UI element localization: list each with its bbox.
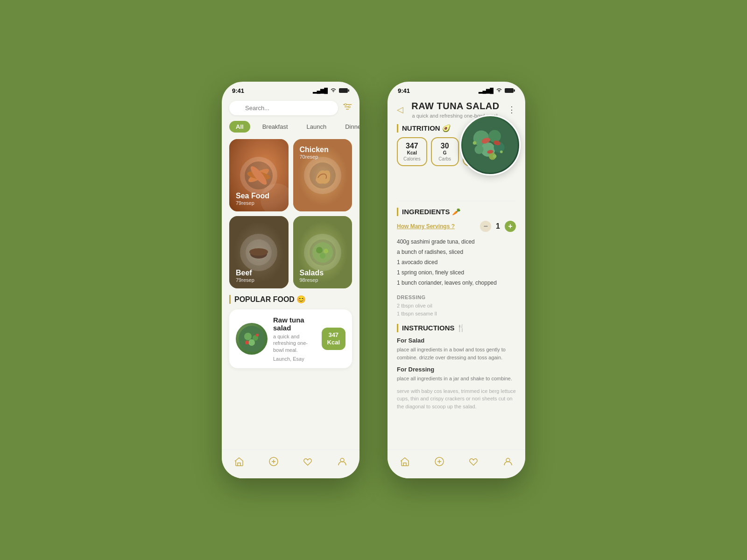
nut-val-calories: 347 [403, 142, 421, 150]
nav-profile-left[interactable] [337, 456, 347, 469]
status-time-left: 9:41 [232, 87, 244, 94]
tab-all[interactable]: All [229, 121, 250, 133]
right-content: ◁ RAW TUNA SALAD a quick and refreshing … [388, 97, 525, 456]
ingredient-list: 400g sashimi grade tuna, diced a bunch o… [397, 237, 516, 288]
step-1-text: place all ingredients in a bowl and toss… [397, 346, 516, 361]
popular-card[interactable]: Raw tuna salad a quick and refreshing on… [229, 309, 352, 368]
nut-val-carbs: 30 [437, 142, 452, 150]
food-grid: Sea Food 79resep Chicken [222, 139, 359, 288]
chicken-plate [304, 157, 341, 194]
nav-add-left[interactable] [268, 456, 279, 469]
servings-row: How Many Servings ? − 1 + [397, 221, 516, 232]
more-button[interactable]: ⋮ [507, 105, 516, 115]
tab-breakfast[interactable]: Breakfast [256, 121, 295, 133]
serving-count: 1 [496, 222, 500, 231]
wifi-icon-right [496, 88, 502, 94]
recipe-title: RAW TUNA SALAD [403, 101, 507, 112]
status-icons-left: ▂▄▆█ [313, 88, 349, 94]
serving-plus-button[interactable]: + [505, 221, 516, 232]
svg-point-7 [345, 104, 346, 105]
beef-name: Beef [236, 269, 254, 277]
nav-profile-right[interactable] [503, 456, 513, 469]
filter-icon[interactable] [343, 103, 352, 113]
svg-point-23 [244, 333, 252, 340]
popular-title: POPULAR FOOD 😊 [229, 295, 352, 304]
back-button[interactable]: ◁ [397, 105, 403, 115]
food-card-chicken[interactable]: Chicken 70resep [293, 139, 352, 211]
svg-point-18 [312, 242, 333, 263]
search-bar-row [222, 97, 359, 121]
salads-plate [304, 234, 341, 271]
wifi-icon [330, 88, 337, 94]
chicken-label: Chicken 70resep [300, 146, 329, 160]
battery-icon-right [505, 88, 515, 94]
popular-food-info: Raw tuna salad a quick and refreshing on… [273, 316, 316, 362]
bottom-nav-right [388, 449, 525, 478]
svg-point-25 [248, 339, 255, 346]
ingredients-title: INGREDIENTS 🥕 [397, 208, 516, 216]
seafood-count: 79resep [236, 200, 269, 206]
signal-icon-right: ▂▄▆█ [479, 88, 493, 94]
nut-label-carbs: Carbs [437, 156, 452, 161]
left-phone: 9:41 ▂▄▆█ [222, 82, 359, 478]
instruction-extra: serve with baby cos leaves, trimmed ice … [397, 387, 516, 411]
instructions-title: INSTRUCTIONS 🍴 [397, 324, 516, 332]
nav-add-right[interactable] [434, 456, 444, 469]
svg-point-20 [324, 249, 328, 253]
seafood-label: Sea Food 79resep [236, 192, 269, 206]
tab-launch[interactable]: Launch [300, 121, 333, 133]
nav-home-right[interactable] [400, 456, 410, 469]
ingredient-item: 1 spring onion, finely sliced [397, 267, 516, 278]
search-wrap[interactable] [229, 101, 338, 115]
dressing-item-2: 1 tbspn sesame ll [397, 310, 516, 318]
popular-kcal-value: 347 [327, 331, 340, 339]
svg-point-36 [488, 130, 501, 143]
search-input[interactable] [229, 101, 338, 115]
svg-rect-0 [339, 88, 348, 93]
bottom-nav-left [222, 449, 359, 478]
salads-label: Salads 98resep [300, 269, 324, 283]
nav-favorites-left[interactable] [303, 456, 313, 469]
popular-kcal-label: Kcal [327, 339, 340, 346]
svg-point-46 [493, 154, 497, 158]
svg-point-39 [475, 145, 484, 154]
nut-unit-calories: Kcal [403, 150, 421, 155]
status-bar-left: 9:41 ▂▄▆█ [222, 82, 359, 97]
popular-kcal-badge: 347 Kcal [322, 328, 345, 350]
step-2-title: For Dressing [397, 366, 516, 373]
nav-favorites-right[interactable] [468, 456, 479, 469]
food-card-beef[interactable]: Beef 79resep [229, 216, 289, 288]
beef-count: 79resep [236, 277, 254, 283]
popular-section: POPULAR FOOD 😊 Raw tuna salad a quick an… [222, 288, 359, 368]
serving-minus-button[interactable]: − [480, 221, 491, 232]
food-card-seafood[interactable]: Sea Food 79resep [229, 139, 289, 211]
svg-point-21 [320, 253, 325, 259]
svg-point-26 [245, 341, 249, 344]
food-card-salads[interactable]: Salads 98resep [293, 216, 352, 288]
nav-home-left[interactable] [234, 456, 244, 469]
ingredient-item: a bunch of radishes, sliced [397, 247, 516, 257]
popular-food-meta: Launch, Esay [273, 356, 316, 362]
status-icons-right: ▂▄▆█ [479, 88, 515, 94]
section-divider-1 [397, 201, 516, 201]
svg-rect-32 [505, 88, 514, 93]
status-bar-right: 9:41 ▂▄▆█ [388, 82, 525, 97]
svg-point-22 [239, 326, 265, 352]
step-1-title: For Salad [397, 337, 516, 344]
status-time-right: 9:41 [398, 87, 410, 94]
popular-food-image [236, 323, 268, 355]
chicken-name: Chicken [300, 146, 329, 154]
bottom-spacer [388, 410, 525, 448]
nut-card-carbs: 30 G Carbs [431, 137, 459, 166]
svg-rect-33 [514, 89, 515, 91]
instructions-section: INSTRUCTIONS 🍴 For Salad place all ingre… [388, 324, 525, 410]
popular-food-desc: a quick and refreshing one-bowl meal. [273, 333, 316, 353]
svg-point-16 [249, 248, 268, 256]
salads-count: 98resep [300, 277, 324, 283]
dressing-title: DRESSING [397, 294, 516, 300]
seafood-name: Sea Food [236, 192, 269, 200]
tab-dinner[interactable]: Dinner [338, 121, 359, 133]
svg-point-44 [473, 141, 477, 145]
ingredients-section: INGREDIENTS 🥕 How Many Servings ? − 1 + … [388, 208, 525, 317]
phones-container: 9:41 ▂▄▆█ [222, 82, 525, 478]
